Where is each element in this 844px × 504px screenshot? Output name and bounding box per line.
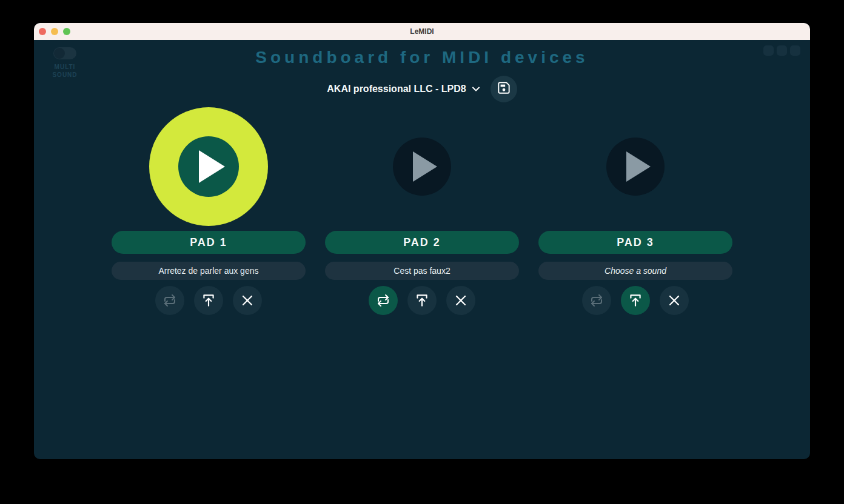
loop-button[interactable]: [582, 286, 611, 315]
pad-column-2: PAD 2 Cest pas faux2: [325, 107, 519, 315]
pad-label: PAD 1: [112, 231, 306, 254]
pad-label: PAD 3: [538, 231, 732, 254]
loop-button[interactable]: [369, 286, 398, 315]
zoom-button[interactable]: [63, 28, 70, 35]
corner-square-button[interactable]: [790, 45, 800, 56]
multi-sound-control: MULTI SOUND: [42, 47, 87, 79]
remove-button[interactable]: [660, 286, 689, 315]
device-row: AKAI professional LLC - LPD8: [34, 76, 810, 102]
app-body: MULTI SOUND Soundboard for MIDI devices …: [34, 40, 810, 459]
window-title: LeMIDI: [34, 27, 810, 36]
titlebar: LeMIDI: [34, 23, 810, 40]
sound-name[interactable]: Choose a sound: [538, 262, 732, 280]
remove-button[interactable]: [233, 286, 262, 315]
toggle-knob-icon: [54, 48, 65, 59]
app-window: LeMIDI MULTI SOUND Soundboard for MIDI d…: [34, 23, 810, 459]
sound-name[interactable]: Cest pas faux2: [325, 262, 519, 280]
sound-name[interactable]: Arretez de parler aux gens: [112, 262, 306, 280]
multi-sound-label: MULTI SOUND: [42, 63, 87, 79]
midi-device-select[interactable]: AKAI professional LLC - LPD8: [327, 84, 480, 94]
chevron-down-icon: [471, 84, 481, 94]
pad-column-3: PAD 3 Choose a sound: [538, 107, 732, 315]
loop-button[interactable]: [155, 286, 184, 315]
play-icon: [626, 151, 651, 182]
play-icon: [199, 150, 225, 183]
close-button[interactable]: [39, 28, 46, 35]
corner-square-button[interactable]: [777, 45, 787, 56]
pads-row: PAD 1 Arretez de parler aux gens: [34, 107, 810, 315]
play-button[interactable]: [576, 107, 695, 226]
page-title: Soundboard for MIDI devices: [34, 40, 810, 67]
multi-sound-toggle[interactable]: [53, 47, 76, 59]
upload-button[interactable]: [407, 286, 437, 315]
floppy-disk-icon: [496, 80, 512, 98]
traffic-lights: [39, 23, 70, 40]
remove-button[interactable]: [446, 286, 475, 315]
pad-column-1: PAD 1 Arretez de parler aux gens: [112, 107, 306, 315]
minimize-button[interactable]: [51, 28, 58, 35]
upload-button[interactable]: [194, 286, 223, 315]
play-button[interactable]: [363, 107, 481, 226]
upload-button[interactable]: [621, 286, 650, 315]
corner-square-button[interactable]: [763, 45, 774, 56]
play-icon: [413, 151, 437, 182]
pad-label: PAD 2: [325, 231, 519, 254]
save-button[interactable]: [491, 76, 517, 102]
corner-squares: [763, 45, 800, 56]
midi-device-name: AKAI professional LLC - LPD8: [327, 84, 466, 94]
play-button[interactable]: [149, 107, 268, 226]
